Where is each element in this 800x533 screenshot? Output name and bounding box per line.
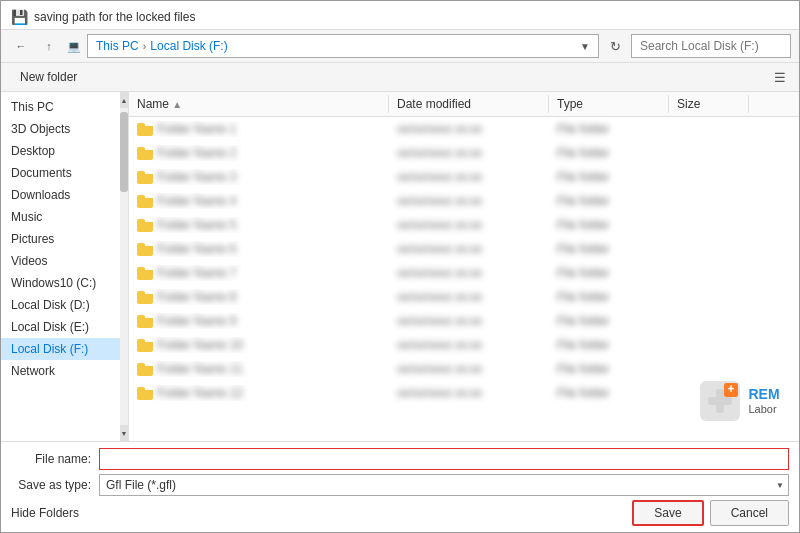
- file-name: Folder Name 5: [157, 218, 236, 232]
- table-row[interactable]: Folder Name 4 xx/xx/xxxx xx:xx File fold…: [129, 189, 799, 213]
- folder-icon: [137, 170, 153, 184]
- file-date: xx/xx/xxxx xx:xx: [389, 337, 549, 353]
- file-area: Name ▲ Date modified Type Size Folder Na…: [129, 92, 799, 441]
- file-type: File folder: [549, 289, 669, 305]
- table-row[interactable]: Folder Name 12 xx/xx/xxxx xx:xx File fol…: [129, 381, 799, 405]
- table-row[interactable]: Folder Name 5 xx/xx/xxxx xx:xx File fold…: [129, 213, 799, 237]
- sidebar-scroll-down[interactable]: ▼: [120, 425, 128, 441]
- path-local-disk[interactable]: Local Disk (F:): [150, 39, 227, 53]
- col-header-name[interactable]: Name ▲: [129, 95, 389, 113]
- col-header-size[interactable]: Size: [669, 95, 749, 113]
- file-type: File folder: [549, 313, 669, 329]
- sidebar-scroll-up[interactable]: ▲: [120, 92, 128, 108]
- file-size: [669, 200, 749, 202]
- sidebar-item-localdiskd[interactable]: Local Disk (D:): [1, 294, 121, 316]
- new-folder-button[interactable]: New folder: [9, 66, 88, 88]
- sidebar-scrollbar-thumb[interactable]: [120, 112, 128, 192]
- col-header-type[interactable]: Type: [549, 95, 669, 113]
- table-row[interactable]: Folder Name 6 xx/xx/xxxx xx:xx File fold…: [129, 237, 799, 261]
- sidebar-container: This PC 3D Objects Desktop Documents Dow…: [1, 92, 129, 441]
- view-toggle-button[interactable]: ☰: [769, 66, 791, 88]
- folder-icon: [137, 314, 153, 328]
- table-row[interactable]: Folder Name 7 xx/xx/xxxx xx:xx File fold…: [129, 261, 799, 285]
- file-name: Folder Name 1: [157, 122, 236, 136]
- filetype-label: Save as type:: [11, 478, 91, 492]
- cancel-button[interactable]: Cancel: [710, 500, 789, 526]
- table-row[interactable]: Folder Name 1 xx/xx/xxxx xx:xx File fold…: [129, 117, 799, 141]
- folder-icon: [137, 146, 153, 160]
- address-path-box[interactable]: This PC › Local Disk (F:) ▼: [87, 34, 599, 58]
- file-size: [669, 296, 749, 298]
- folder-icon: [137, 338, 153, 352]
- file-list-header: Name ▲ Date modified Type Size: [129, 92, 799, 117]
- sidebar-item-pictures[interactable]: Pictures: [1, 228, 121, 250]
- title-bar: 💾 saving path for the locked files: [1, 1, 799, 30]
- folder-icon: [137, 290, 153, 304]
- back-button[interactable]: ←: [9, 34, 33, 58]
- filetype-select[interactable]: Gfl File (*.gfl) ▼: [99, 474, 789, 496]
- file-size: [669, 248, 749, 250]
- folder-icon: [137, 122, 153, 136]
- file-type: File folder: [549, 169, 669, 185]
- sidebar-item-localdiskf[interactable]: Local Disk (F:): [1, 338, 121, 360]
- file-type: File folder: [549, 145, 669, 161]
- file-size: [669, 152, 749, 154]
- sidebar-item-network[interactable]: Network: [1, 360, 121, 382]
- address-bar: ← ↑ 💻 This PC › Local Disk (F:) ▼ ↻: [1, 30, 799, 63]
- file-name: Folder Name 8: [157, 290, 236, 304]
- path-this-pc[interactable]: This PC: [96, 39, 139, 53]
- table-row[interactable]: Folder Name 10 xx/xx/xxxx xx:xx File fol…: [129, 333, 799, 357]
- select-dropdown-arrow: ▼: [776, 481, 784, 490]
- table-row[interactable]: Folder Name 2 xx/xx/xxxx xx:xx File fold…: [129, 141, 799, 165]
- sidebar-item-documents[interactable]: Documents: [1, 162, 121, 184]
- table-row[interactable]: Folder Name 11 xx/xx/xxxx xx:xx File fol…: [129, 357, 799, 381]
- file-size: [669, 320, 749, 322]
- table-row[interactable]: Folder Name 8 xx/xx/xxxx xx:xx File fold…: [129, 285, 799, 309]
- table-row[interactable]: Folder Name 3 xx/xx/xxxx xx:xx File fold…: [129, 165, 799, 189]
- file-size: [669, 176, 749, 178]
- filename-input[interactable]: [99, 448, 789, 470]
- sidebar-item-thispc[interactable]: This PC: [1, 96, 121, 118]
- save-button[interactable]: Save: [632, 500, 703, 526]
- sidebar-scrollbar-track: ▲ ▼: [120, 92, 128, 441]
- file-name: Folder Name 6: [157, 242, 236, 256]
- file-date: xx/xx/xxxx xx:xx: [389, 169, 549, 185]
- filetype-row: Save as type: Gfl File (*.gfl) ▼: [11, 474, 789, 496]
- folder-icon: [137, 242, 153, 256]
- toolbar: New folder ☰: [1, 63, 799, 92]
- sidebar-item-downloads[interactable]: Downloads: [1, 184, 121, 206]
- folder-icon: [137, 266, 153, 280]
- save-dialog: 💾 saving path for the locked files ← ↑ 💻…: [0, 0, 800, 533]
- file-name: Folder Name 7: [157, 266, 236, 280]
- filename-label: File name:: [11, 452, 91, 466]
- up-button[interactable]: ↑: [37, 34, 61, 58]
- file-type: File folder: [549, 121, 669, 137]
- file-type: File folder: [549, 385, 669, 401]
- col-header-date[interactable]: Date modified: [389, 95, 549, 113]
- path-dropdown-arrow[interactable]: ▼: [580, 41, 590, 52]
- file-date: xx/xx/xxxx xx:xx: [389, 313, 549, 329]
- file-date: xx/xx/xxxx xx:xx: [389, 121, 549, 137]
- sidebar-item-windows10c[interactable]: Windows10 (C:): [1, 272, 121, 294]
- file-type: File folder: [549, 361, 669, 377]
- sidebar-item-desktop[interactable]: Desktop: [1, 140, 121, 162]
- file-name: Folder Name 3: [157, 170, 236, 184]
- refresh-button[interactable]: ↻: [603, 34, 627, 58]
- folder-icon: [137, 386, 153, 400]
- dialog-title: saving path for the locked files: [34, 10, 195, 24]
- sidebar: This PC 3D Objects Desktop Documents Dow…: [1, 92, 121, 386]
- sidebar-item-music[interactable]: Music: [1, 206, 121, 228]
- file-date: xx/xx/xxxx xx:xx: [389, 265, 549, 281]
- filetype-value: Gfl File (*.gfl): [106, 478, 176, 492]
- file-name: Folder Name 11: [157, 362, 243, 376]
- file-type: File folder: [549, 241, 669, 257]
- table-row[interactable]: Folder Name 9 xx/xx/xxxx xx:xx File fold…: [129, 309, 799, 333]
- file-date: xx/xx/xxxx xx:xx: [389, 193, 549, 209]
- hide-folders-label: Hide Folders: [11, 506, 79, 520]
- search-input[interactable]: [631, 34, 791, 58]
- file-type: File folder: [549, 193, 669, 209]
- file-date: xx/xx/xxxx xx:xx: [389, 217, 549, 233]
- sidebar-item-videos[interactable]: Videos: [1, 250, 121, 272]
- sidebar-item-localdiskie[interactable]: Local Disk (E:): [1, 316, 121, 338]
- sidebar-item-3dobjects[interactable]: 3D Objects: [1, 118, 121, 140]
